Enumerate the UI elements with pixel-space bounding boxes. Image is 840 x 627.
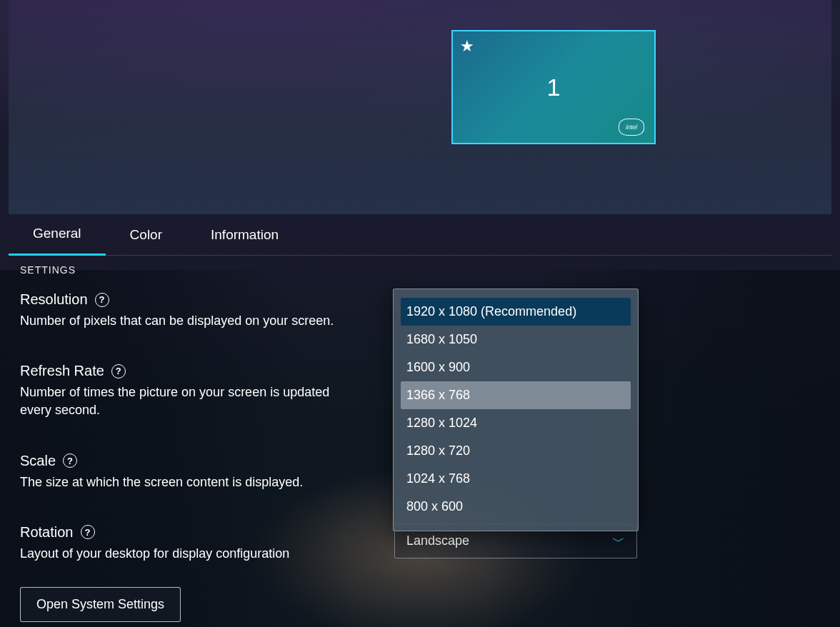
display-tile-1[interactable]: ★ 1 intel — [451, 30, 656, 144]
primary-display-star-icon: ★ — [460, 37, 474, 56]
section-title-settings: SETTINGS — [20, 264, 820, 276]
resolution-option[interactable]: 1280 x 720 — [394, 437, 638, 465]
intel-logo-icon: intel — [619, 119, 644, 136]
rotation-select-value: Landscape — [406, 533, 469, 548]
resolution-dropdown[interactable]: 1920 x 1080 (Recommended)1680 x 10501600… — [393, 289, 639, 531]
resolution-option[interactable]: 1920 x 1080 (Recommended) — [401, 298, 631, 326]
resolution-option[interactable]: 800 x 600 — [394, 493, 638, 521]
scale-label: Scale — [20, 453, 56, 469]
rotation-label: Rotation — [20, 524, 74, 541]
resolution-option[interactable]: 1600 x 900 — [394, 353, 638, 381]
tab-general[interactable]: General — [9, 214, 106, 256]
refresh-label: Refresh Rate — [20, 363, 104, 379]
scale-desc: The size at which the screen content is … — [20, 473, 349, 491]
resolution-option[interactable]: 1280 x 1024 — [394, 409, 638, 437]
help-icon[interactable]: ? — [81, 525, 95, 539]
display-number: 1 — [547, 74, 561, 101]
resolution-label: Resolution — [20, 291, 88, 308]
resolution-option[interactable]: 1366 x 768 — [401, 381, 631, 409]
help-icon[interactable]: ? — [95, 293, 109, 307]
tab-information[interactable]: Information — [186, 214, 303, 256]
tab-color[interactable]: Color — [106, 214, 186, 256]
open-system-settings-button[interactable]: Open System Settings — [20, 587, 181, 622]
help-icon[interactable]: ? — [111, 364, 126, 378]
resolution-option[interactable]: 1680 x 1050 — [394, 326, 638, 353]
refresh-desc: Number of times the picture on your scre… — [20, 383, 349, 419]
resolution-option[interactable]: 1024 x 768 — [394, 465, 638, 493]
help-icon[interactable]: ? — [63, 453, 77, 468]
tab-bar: GeneralColorInformation — [9, 214, 831, 256]
chevron-down-icon: ﹀ — [612, 533, 625, 550]
display-preview-panel: ★ 1 intel — [9, 0, 831, 214]
rotation-desc: Layout of your desktop for display confi… — [20, 545, 349, 563]
resolution-desc: Number of pixels that can be displayed o… — [20, 312, 349, 330]
